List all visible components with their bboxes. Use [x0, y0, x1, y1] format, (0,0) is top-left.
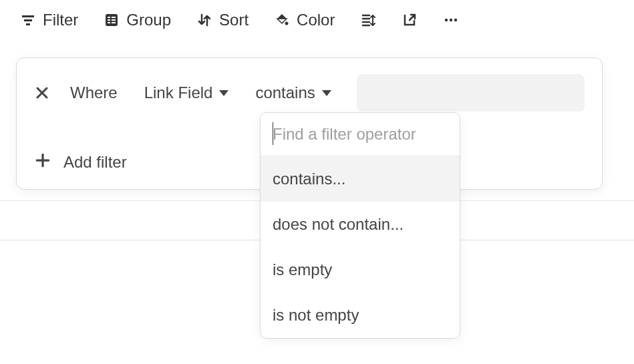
share-button[interactable] — [402, 12, 418, 28]
plus-icon — [34, 152, 51, 173]
svg-rect-6 — [108, 19, 110, 21]
add-filter-label: Add filter — [63, 153, 127, 172]
filter-condition-row: Where Link Field contains — [34, 74, 585, 112]
operator-option-contains[interactable]: contains... — [261, 156, 460, 202]
group-label: Group — [126, 11, 171, 29]
svg-point-12 — [450, 19, 452, 21]
svg-rect-1 — [24, 19, 32, 21]
operator-option-is-empty[interactable]: is empty — [261, 247, 460, 293]
field-dropdown-label: Link Field — [144, 83, 213, 102]
color-label: Color — [297, 11, 335, 29]
operator-search-input[interactable] — [261, 113, 460, 156]
operator-option-label: does not contain... — [273, 215, 404, 233]
svg-point-11 — [445, 19, 448, 21]
svg-point-13 — [454, 19, 457, 21]
operator-option-is-not-empty[interactable]: is not empty — [261, 293, 460, 338]
row-height-button[interactable] — [360, 12, 376, 28]
svg-rect-7 — [112, 19, 116, 21]
svg-rect-5 — [112, 17, 116, 18]
share-icon — [402, 12, 418, 28]
svg-rect-4 — [108, 17, 110, 18]
color-button[interactable]: Color — [274, 11, 335, 29]
chevron-down-icon — [219, 90, 228, 96]
row-height-icon — [360, 12, 376, 28]
filter-button[interactable]: Filter — [20, 11, 78, 29]
operator-search-wrap — [261, 113, 460, 156]
filter-value-input[interactable] — [357, 74, 585, 112]
chevron-down-icon — [322, 90, 331, 96]
operator-option-label: is not empty — [273, 306, 359, 324]
svg-rect-9 — [112, 22, 116, 23]
operator-dropdown[interactable]: contains — [255, 83, 331, 102]
toolbar: Filter Group Sort Color — [0, 0, 634, 40]
group-button[interactable]: Group — [104, 11, 171, 29]
operator-option-does-not-contain[interactable]: does not contain... — [261, 202, 460, 247]
svg-rect-8 — [108, 22, 110, 23]
sort-label: Sort — [219, 11, 249, 29]
operator-option-label: contains... — [273, 170, 345, 188]
svg-point-10 — [285, 22, 289, 25]
filter-icon — [20, 12, 36, 28]
group-icon — [104, 12, 120, 28]
more-button[interactable] — [443, 12, 459, 28]
remove-condition-button[interactable] — [34, 85, 50, 101]
svg-rect-0 — [22, 15, 34, 17]
where-label: Where — [70, 83, 118, 102]
more-icon — [443, 12, 459, 28]
sort-icon — [196, 12, 212, 28]
svg-rect-2 — [26, 23, 30, 25]
filter-label: Filter — [43, 11, 78, 29]
field-dropdown[interactable]: Link Field — [144, 83, 229, 102]
color-icon — [274, 12, 290, 28]
text-cursor — [273, 122, 273, 145]
operator-option-label: is empty — [273, 260, 332, 279]
sort-button[interactable]: Sort — [196, 11, 249, 29]
operator-popup: contains... does not contain... is empty… — [260, 112, 460, 339]
operator-dropdown-label: contains — [255, 83, 315, 102]
